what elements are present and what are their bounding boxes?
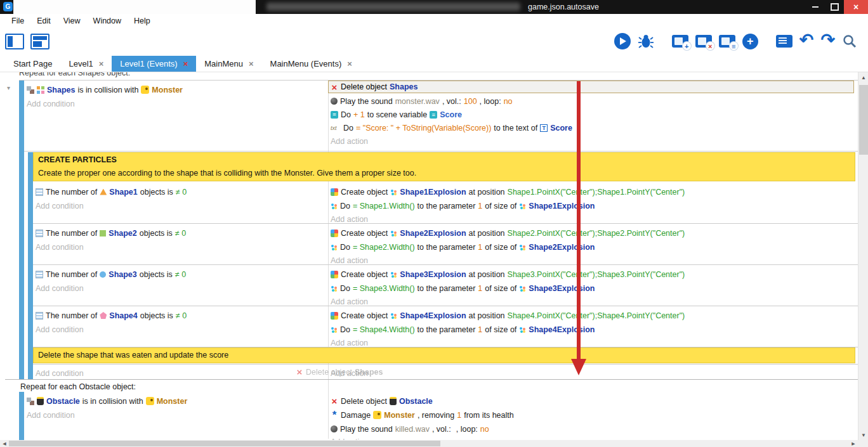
tab-close-icon[interactable]: ×: [347, 59, 352, 68]
menu-file[interactable]: File: [5, 14, 30, 28]
add-condition-link[interactable]: Add condition: [27, 97, 75, 110]
tab-close-icon[interactable]: ×: [99, 59, 104, 68]
condition-text: objects is: [140, 188, 173, 197]
separator: [33, 264, 858, 265]
scroll-left-arrow[interactable]: ◀: [0, 440, 9, 447]
horizontal-scroll-thumb[interactable]: [9, 441, 440, 446]
object-name: Shape4Explosion: [400, 311, 466, 320]
action-text: , removing: [418, 411, 454, 420]
scroll-right-arrow[interactable]: ▶: [849, 440, 858, 447]
menu-window[interactable]: Window: [87, 14, 128, 28]
condition-row[interactable]: The number of Shape1 objects is ≠ 0: [36, 185, 187, 198]
explosion-object-icon: [519, 243, 526, 250]
explosion-object-icon: [331, 326, 338, 333]
action-row[interactable]: txt Do = "Score: " + ToString(Variable(S…: [331, 121, 572, 134]
action-row[interactable]: Do = Shape1.Width() to the parameter 1 o…: [331, 199, 595, 212]
condition-row[interactable]: Obstacle is in collision with Monster: [27, 394, 187, 408]
tab-mainmenu[interactable]: MainMenu ×: [196, 56, 261, 72]
tab-level1[interactable]: Level1 ×: [60, 56, 112, 72]
action-row[interactable]: = Do + 1 to scene variable ≡ Score: [331, 108, 462, 121]
comparison: ≠ 0: [175, 270, 186, 279]
debug-bug-icon[interactable]: [638, 33, 654, 49]
maximize-button[interactable]: [825, 0, 844, 14]
redo-icon[interactable]: ↷: [820, 32, 835, 48]
action-row[interactable]: Do = Shape2.Width() to the parameter 1 o…: [331, 240, 595, 254]
action-row[interactable]: × Delete object Obstacle: [331, 394, 433, 408]
condition-row[interactable]: The number of Shape3 objects is ≠ 0: [36, 268, 186, 281]
projects-panel-icon[interactable]: [5, 34, 24, 49]
scene-properties-icon[interactable]: ≡: [719, 35, 735, 48]
action-text: , loop:: [480, 97, 501, 106]
menu-view[interactable]: View: [57, 14, 87, 28]
condition-text: is in collision with: [82, 397, 143, 406]
tab-mainmenu-events[interactable]: MainMenu (Events) ×: [262, 56, 360, 72]
scroll-down-arrow[interactable]: ▼: [858, 430, 868, 440]
scroll-up-arrow[interactable]: ▲: [858, 72, 868, 82]
action-row[interactable]: Create object Shape4Explosion at positio…: [331, 309, 685, 322]
horizontal-scrollbar[interactable]: ◀ ▶: [0, 440, 858, 447]
shape4-icon: [100, 312, 107, 319]
action-text: Create object: [341, 229, 388, 238]
action-row[interactable]: Create object Shape2Explosion at positio…: [331, 226, 685, 240]
external-events-icon[interactable]: [776, 35, 792, 48]
menu-help[interactable]: Help: [128, 14, 157, 28]
tab-close-icon[interactable]: ×: [249, 59, 254, 68]
add-action-link[interactable]: Add action: [331, 254, 368, 267]
scene-add-icon[interactable]: +: [672, 35, 688, 48]
sound-file: killed.wav: [395, 425, 430, 434]
action-row[interactable]: Play the sound monster.wav , vol.: 100 ,…: [331, 94, 513, 108]
action-row[interactable]: Play the sound killed.wav , vol.: , loop…: [331, 422, 489, 436]
add-action-link[interactable]: Add action: [331, 435, 368, 440]
window-title: game.json.autosave: [528, 0, 599, 14]
condition-action-divider: [328, 80, 329, 439]
comment-block[interactable]: CREATE PARTICLES Create the proper one a…: [33, 152, 855, 181]
add-action-link[interactable]: Add action: [331, 295, 368, 308]
add-action-link[interactable]: Add action: [331, 212, 368, 226]
action-row[interactable]: Create object Shape1Explosion at positio…: [331, 185, 685, 198]
add-action-link[interactable]: Add action: [331, 134, 368, 148]
close-button[interactable]: ×: [844, 0, 868, 14]
events-sheet: Repeat for each Shapes object: ▾ Shapes …: [0, 72, 858, 440]
maximize-icon: [831, 3, 839, 11]
blurred-title-text: [266, 3, 520, 11]
chevron-down-icon[interactable]: ▾: [7, 84, 10, 91]
objects-panel-icon[interactable]: [30, 34, 49, 49]
add-condition-link[interactable]: Add condition: [27, 408, 75, 422]
condition-row[interactable]: The number of Shape2 objects is ≠ 0: [36, 226, 186, 240]
action-row[interactable]: * Damage Monster , removing 1 from its h…: [331, 408, 514, 422]
add-condition-link[interactable]: Add condition: [36, 240, 84, 254]
tab-level1-events[interactable]: Level1 (Events) ×: [112, 56, 196, 72]
tab-start-page[interactable]: Start Page: [5, 56, 60, 72]
cross-badge-icon: ×: [706, 42, 714, 50]
condition-row[interactable]: The number of Shape4 objects is ≠ 0: [36, 309, 187, 322]
condition-text: The number of: [46, 229, 97, 238]
repeat-event-header-clipped[interactable]: Repeat for each Shapes object:: [19, 72, 130, 77]
undo-icon[interactable]: ↶: [799, 32, 814, 48]
search-icon[interactable]: [842, 34, 858, 49]
object-count-icon: [36, 188, 43, 196]
comment-title: CREATE PARTICLES: [38, 155, 117, 164]
menu-edit[interactable]: Edit: [30, 14, 57, 28]
vertical-scrollbar[interactable]: ▲ ▼: [858, 72, 868, 440]
action-row[interactable]: Do = Shape3.Width() to the parameter 1 o…: [331, 282, 595, 295]
vertical-scroll-thumb[interactable]: [859, 85, 868, 155]
minimize-button[interactable]: [806, 0, 825, 14]
play-button[interactable]: [614, 33, 631, 49]
add-condition-link[interactable]: Add condition: [36, 366, 84, 380]
comment-block[interactable]: Delete the shape that was eaten and upda…: [33, 347, 855, 363]
add-condition-link[interactable]: Add condition: [36, 199, 84, 212]
repeat-event-header[interactable]: Repeat for each Obstacle object:: [20, 382, 136, 391]
damage-icon: *: [331, 412, 338, 418]
object-name: Shape1: [109, 188, 137, 197]
tab-close-icon[interactable]: ×: [183, 59, 188, 68]
action-row[interactable]: Create object Shape3Explosion at positio…: [331, 268, 685, 281]
scene-delete-icon[interactable]: ×: [695, 35, 712, 48]
add-condition-link[interactable]: Add condition: [36, 323, 84, 336]
selected-action-row[interactable]: × Delete object Shapes: [328, 81, 854, 93]
object-name: Monster: [384, 411, 415, 420]
monster-icon: [141, 86, 149, 94]
add-condition-link[interactable]: Add condition: [36, 282, 84, 295]
action-row[interactable]: Do = Shape4.Width() to the parameter 1 o…: [331, 323, 595, 336]
condition-row[interactable]: Shapes is in collision with Monster: [27, 83, 183, 96]
add-circle-icon[interactable]: +: [742, 34, 758, 49]
